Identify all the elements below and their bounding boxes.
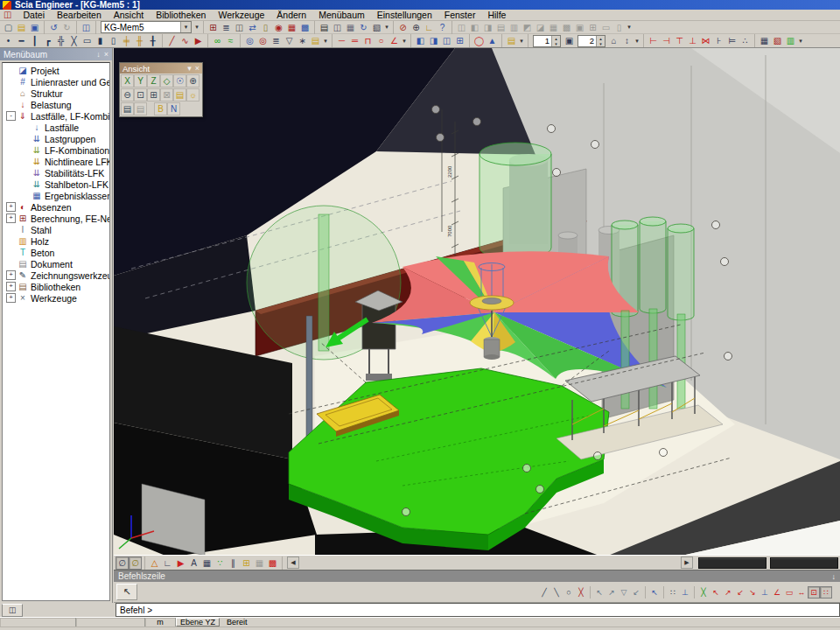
snap-perpendicular-button[interactable]: ↙ xyxy=(734,586,746,598)
zoom-selection-button[interactable]: ⊠ xyxy=(160,88,173,102)
view-template-2-button[interactable]: ◧ xyxy=(468,21,481,34)
active-layer-spinner[interactable]: 2▴▾ xyxy=(578,35,606,47)
active-page-spinner-value[interactable]: 1 xyxy=(534,36,551,46)
view-template-5-button[interactable]: ▥ xyxy=(508,21,521,34)
activity-combo[interactable]: KG-Mem5▾ xyxy=(101,21,192,33)
print-button[interactable]: ▤ xyxy=(318,21,331,34)
menu-item-fenster[interactable]: Fenster xyxy=(438,10,482,20)
tree-expander[interactable]: + xyxy=(6,293,16,303)
draw-line-button[interactable]: ─ xyxy=(335,34,348,47)
zoom-all-button[interactable]: ⊞ xyxy=(147,88,160,102)
chart-button[interactable]: ▥ xyxy=(784,34,797,47)
draw-rect-button[interactable]: ⊓ xyxy=(361,34,374,47)
modify-curve-button[interactable]: ∿ xyxy=(178,34,192,47)
draw-more[interactable]: ▾ xyxy=(401,38,408,45)
connect-members-button[interactable]: ╫ xyxy=(133,34,146,47)
zoom-out-button[interactable]: ⊖ xyxy=(121,88,134,102)
save-view-button[interactable]: ▦ xyxy=(758,34,771,47)
support-free-button[interactable]: ⊥ xyxy=(686,34,699,47)
menu-item-bearbeiten[interactable]: Bearbeiten xyxy=(51,10,108,20)
chain-select-button[interactable]: ≈ xyxy=(224,34,237,47)
menu-item-bibliotheken[interactable]: Bibliotheken xyxy=(150,10,212,20)
deselect-button[interactable]: ▽ xyxy=(618,586,630,598)
cut-member-button[interactable]: ╪ xyxy=(120,34,133,47)
tree-item-berechnung-fe-netz[interactable]: +⊞Berechnung, FE-Netz xyxy=(3,213,109,224)
beam-axes-button[interactable]: ∥ xyxy=(227,556,240,570)
refresh-button[interactable]: ↻ xyxy=(357,21,370,34)
insert-grid-button[interactable]: ╬ xyxy=(54,34,67,47)
view-z-button[interactable]: Z xyxy=(147,74,160,88)
snap-tangent-button[interactable]: ↘ xyxy=(746,586,759,598)
tree-expander[interactable]: - xyxy=(6,111,16,121)
tree-expander[interactable]: + xyxy=(6,282,16,291)
workgroup-button[interactable]: ⊞ xyxy=(206,21,220,34)
zoom-in-button[interactable]: ⊕ xyxy=(186,74,200,88)
hinge-button[interactable]: ⋈ xyxy=(699,34,712,47)
insert-wall-button[interactable]: ▮ xyxy=(94,34,107,47)
lasso-select-button[interactable]: ↙ xyxy=(630,586,642,598)
tree-item-stabilit-ts-lfk[interactable]: ⇊Stabilitäts-LFK xyxy=(3,167,109,178)
draw-parallel-button[interactable]: ═ xyxy=(348,34,361,47)
menu-item-hilfe[interactable]: Hilfe xyxy=(481,10,512,20)
active-layer-spinner-down[interactable]: ▾ xyxy=(597,41,605,46)
tree-item-nichtlineare-lfk[interactable]: ⇊Nichtlineare LFK xyxy=(3,156,109,167)
snap-edge-button[interactable]: ▭ xyxy=(783,586,795,598)
view-x-button[interactable]: X xyxy=(121,74,134,88)
table-dialog-button[interactable]: ▩ xyxy=(298,21,312,34)
menu-item-datei[interactable]: Datei xyxy=(17,10,51,20)
filter-button[interactable]: ▽ xyxy=(283,34,296,47)
viewport-3d[interactable]: 2200 7000 xyxy=(114,48,840,555)
tree-item-werkzeuge[interactable]: +×Werkzeuge xyxy=(3,292,109,304)
cable-button[interactable]: ∴ xyxy=(738,34,752,47)
export-view-button[interactable]: ▤ xyxy=(505,34,518,47)
new-button[interactable]: ▢ xyxy=(2,21,15,34)
palette-collapse-icon[interactable]: ▾ xyxy=(187,64,192,73)
print-view-disabled-button[interactable]: ▤ xyxy=(134,102,147,116)
menu-item-men-baum[interactable]: Menübaum xyxy=(312,10,371,20)
select-more[interactable]: ▾ xyxy=(322,38,329,45)
active-page-spinner[interactable]: 1▴▾ xyxy=(533,35,561,47)
dot-grid-button[interactable]: ∷ xyxy=(667,586,679,598)
snap-intersection-button[interactable]: ↗ xyxy=(722,586,734,598)
tree-item-projekt[interactable]: ◪Projekt xyxy=(3,65,109,76)
insert-opening-button[interactable]: ▯ xyxy=(107,34,120,47)
layer-list-button[interactable]: ≣ xyxy=(270,34,283,47)
report-button[interactable]: ▧ xyxy=(370,21,383,34)
link-nodes-button[interactable]: ∞ xyxy=(211,34,224,47)
tree-expander[interactable]: + xyxy=(6,214,16,223)
status-plane-button[interactable]: Ebene YZ xyxy=(176,618,220,626)
snap-midpoint-button[interactable]: ╳ xyxy=(697,586,710,598)
command-pin-icon[interactable]: ↓ xyxy=(832,572,836,581)
command-input[interactable] xyxy=(116,603,840,617)
draw-circle-button[interactable]: ○ xyxy=(374,34,388,47)
view-template-more[interactable]: ▾ xyxy=(626,24,633,31)
view-template-4-button[interactable]: ▤ xyxy=(494,21,508,34)
view-template-8-button[interactable]: ▦ xyxy=(547,21,560,34)
shrink-members-button[interactable]: ∵ xyxy=(214,556,227,570)
view-template-7-button[interactable]: ◪ xyxy=(534,21,547,34)
clip-box-button[interactable]: ∅ xyxy=(116,556,129,570)
redo-button[interactable]: ↻ xyxy=(60,21,74,34)
tree-item-belastung[interactable]: ↓Belastung xyxy=(3,99,109,110)
view-flag-button[interactable]: ▶ xyxy=(174,556,187,570)
draw-circle-snap-button[interactable]: ○ xyxy=(563,586,575,598)
print-preview-button[interactable]: ◫ xyxy=(331,21,344,34)
erase-snap-button[interactable]: ╳ xyxy=(575,586,587,598)
tree-item-beton[interactable]: TBeton xyxy=(3,247,109,258)
tree-item-holz[interactable]: ▥Holz xyxy=(3,235,109,247)
tree-item-zeichnungswerkzeuge[interactable]: +✎Zeichnungswerkzeuge xyxy=(3,270,109,281)
insert-column-button[interactable]: ┃ xyxy=(28,34,41,47)
link-button[interactable]: ⊘ xyxy=(396,21,410,34)
tension-only-button[interactable]: ⊨ xyxy=(725,34,738,47)
stamp-button[interactable]: ▣ xyxy=(563,34,576,47)
results-table-button[interactable]: ⊞ xyxy=(240,556,253,570)
tree-item-dokument[interactable]: ▤Dokument xyxy=(3,258,109,270)
insert-plate-button[interactable]: ▭ xyxy=(80,34,94,47)
print-more[interactable]: ▾ xyxy=(383,24,390,31)
view-template-11-button[interactable]: ⊞ xyxy=(586,21,599,34)
scale-more[interactable]: ▾ xyxy=(634,38,640,45)
draw-angle-button[interactable]: ∠ xyxy=(388,34,401,47)
snap-grid-point-button[interactable]: ⊡ xyxy=(808,586,820,598)
light-button[interactable]: ☼ xyxy=(186,88,200,102)
view-template-9-button[interactable]: ▩ xyxy=(560,21,573,34)
